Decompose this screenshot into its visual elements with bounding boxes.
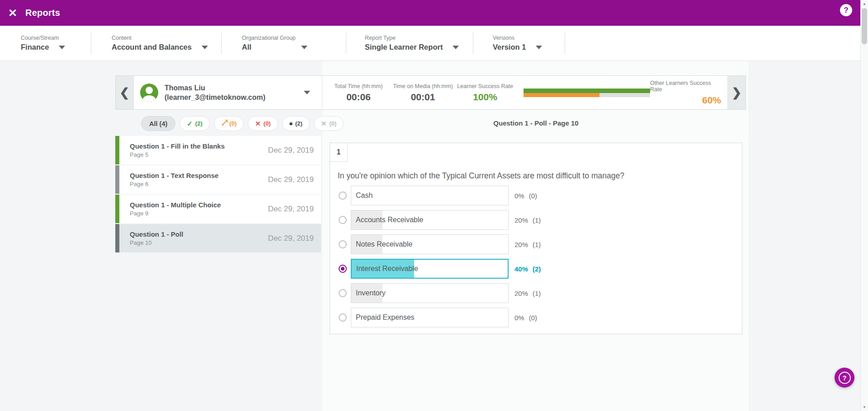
- chip-correct[interactable]: ✓ (2): [179, 116, 209, 131]
- option-count: (0): [529, 314, 537, 322]
- radio-button[interactable]: [339, 216, 347, 224]
- question-number: 1: [330, 143, 348, 162]
- chip-count: (2): [195, 120, 203, 127]
- option-count: (2): [533, 265, 541, 273]
- question-date: Dec 29, 2019: [268, 175, 314, 184]
- question-list: Question 1 - Fill in the Blanks Page 5 D…: [115, 136, 321, 253]
- radio-button[interactable]: [339, 313, 347, 322]
- cross-icon: ✕: [321, 120, 327, 128]
- poll-option-prepaid-expenses[interactable]: Prepaid Expenses 0% (0): [330, 305, 742, 330]
- caret-down-icon: [536, 46, 542, 49]
- scrollbar-thumb[interactable]: [862, 8, 867, 44]
- filter-bar: Course/Stream Finance Content Account an…: [0, 26, 860, 61]
- option-percent: 20%: [514, 290, 528, 297]
- poll-option-cash[interactable]: Cash 0% (0): [330, 183, 742, 208]
- filter-course-stream[interactable]: Course/Stream Finance: [0, 33, 91, 54]
- radio-button[interactable]: [339, 191, 347, 200]
- filter-label: Organizational Group: [242, 35, 346, 41]
- stat-label: Time on Media (hh:mm): [393, 83, 453, 89]
- filter-label: Versions: [493, 35, 565, 41]
- filter-report-type[interactable]: Report Type Single Learner Report: [346, 33, 473, 54]
- scroll-down-icon[interactable]: ▼: [861, 403, 868, 411]
- option-percent: 40%: [514, 265, 528, 273]
- radio-button[interactable]: [339, 289, 347, 297]
- poll-option-inventory[interactable]: Inventory 20% (1): [330, 281, 742, 305]
- poll-question-panel: 1 In you're opinion which of the Typical…: [330, 143, 742, 334]
- option-label: Cash: [351, 191, 373, 200]
- caret-down-icon: [59, 46, 65, 49]
- list-item-question-multiple-choice[interactable]: Question 1 - Multiple Choice Page 9 Dec …: [115, 195, 321, 223]
- option-label: Inventory: [351, 289, 386, 297]
- filter-versions[interactable]: Versions Version 1: [473, 33, 565, 54]
- list-item-question-poll[interactable]: Question 1 - Poll Page 10 Dec 29, 2019: [115, 224, 321, 252]
- selected-question-title: Question 1 - Poll - Page 10: [330, 119, 742, 127]
- list-item-question-text-response[interactable]: Question 1 - Text Response Page 6 Dec 29…: [115, 165, 321, 194]
- filter-value: Version 1: [493, 43, 526, 51]
- poll-option-notes-receivable[interactable]: Notes Receivable 20% (1): [330, 232, 742, 257]
- learner-email: (learner_3@timetoknow.com): [165, 93, 265, 102]
- stat-value: 60%: [702, 95, 721, 106]
- filter-label: Course/Stream: [21, 35, 91, 41]
- page-title: Reports: [25, 8, 60, 18]
- option-percent: 20%: [514, 216, 528, 224]
- stat-value: 00:06: [346, 92, 371, 103]
- learner-selector[interactable]: Thomas Liu (learner_3@timetoknow.com): [134, 76, 322, 109]
- stat-value: 100%: [473, 92, 497, 103]
- filter-content[interactable]: Content Account and Balances: [91, 33, 222, 54]
- question-mark-icon: ?: [839, 372, 851, 384]
- learner-name: Thomas Liu: [165, 83, 265, 93]
- chip-survey[interactable]: ■ (2): [282, 116, 310, 131]
- status-bar: [115, 165, 119, 194]
- filter-label: Report Type: [365, 35, 473, 41]
- chip-incorrect[interactable]: ✕ (0): [248, 116, 278, 131]
- filter-value: Single Learner Report: [365, 43, 443, 51]
- question-date: Dec 29, 2019: [268, 146, 314, 155]
- option-percent: 0%: [514, 192, 524, 200]
- learner-summary-card: ❮ Thomas Liu (learner_3@timetoknow.com) …: [115, 75, 746, 110]
- close-icon[interactable]: ✕: [0, 0, 25, 26]
- filter-label: Content: [112, 35, 221, 41]
- option-count: (1): [533, 241, 541, 248]
- chip-all[interactable]: All (4): [141, 116, 175, 131]
- help-fab-button[interactable]: ?: [835, 368, 854, 388]
- status-bar: [115, 195, 119, 223]
- filter-organizational-group[interactable]: Organizational Group All: [222, 33, 346, 54]
- chip-count: (2): [295, 120, 302, 127]
- header-help-icon[interactable]: ?: [840, 4, 852, 16]
- question-date: Dec 29, 2019: [268, 234, 314, 243]
- stat-time-on-media: Time on Media (hh:mm) 00:01: [395, 76, 451, 109]
- success-rate-bars: [524, 89, 650, 97]
- radio-button[interactable]: [339, 240, 347, 248]
- chip-partially-correct[interactable]: ✓✕ (0): [214, 116, 244, 131]
- learner-success-bar: [524, 89, 650, 93]
- check-icon: ✓: [187, 120, 193, 128]
- list-item-question-fill-in-the-blanks[interactable]: Question 1 - Fill in the Blanks Page 5 D…: [115, 136, 321, 164]
- cross-icon: ✕: [255, 120, 261, 128]
- poll-option-accounts-receivable[interactable]: Accounts Receivable 20% (1): [330, 208, 742, 232]
- chip-count: (0): [264, 120, 271, 127]
- option-label: Prepaid Expenses: [351, 313, 415, 322]
- filter-value: Finance: [21, 43, 49, 51]
- option-count: (1): [533, 216, 541, 224]
- poll-question-text: In you're opinion which of the Typical C…: [338, 171, 742, 181]
- learner-avatar: [140, 84, 158, 102]
- page-scrollbar[interactable]: ▲ ▼: [860, 0, 868, 411]
- next-learner-button[interactable]: ❯: [727, 76, 745, 109]
- previous-learner-button[interactable]: ❮: [116, 76, 134, 109]
- stat-learner-success-rate: Learner Success Rate 100%: [451, 76, 519, 109]
- stat-label: Total Time (hh:mm): [335, 83, 383, 89]
- app-header: ✕ Reports ?: [0, 0, 860, 26]
- square-icon: ■: [289, 121, 292, 127]
- option-percent: 0%: [514, 314, 524, 322]
- chip-label: All (4): [149, 120, 167, 127]
- stat-value: 00:01: [411, 92, 435, 103]
- filter-value: Account and Balances: [112, 43, 192, 51]
- filter-value: All: [242, 43, 251, 51]
- scroll-up-icon[interactable]: ▲: [861, 0, 868, 8]
- poll-option-interest-receivable[interactable]: Interest Receivable 40% (2): [330, 257, 742, 281]
- status-bar: [115, 224, 119, 252]
- main-content: ❮ Thomas Liu (learner_3@timetoknow.com) …: [0, 61, 860, 411]
- caret-down-icon: [202, 46, 208, 49]
- stat-other-learners-success-rate: Other Learners Success Rate 60%: [650, 76, 727, 109]
- radio-button-selected[interactable]: [339, 265, 347, 273]
